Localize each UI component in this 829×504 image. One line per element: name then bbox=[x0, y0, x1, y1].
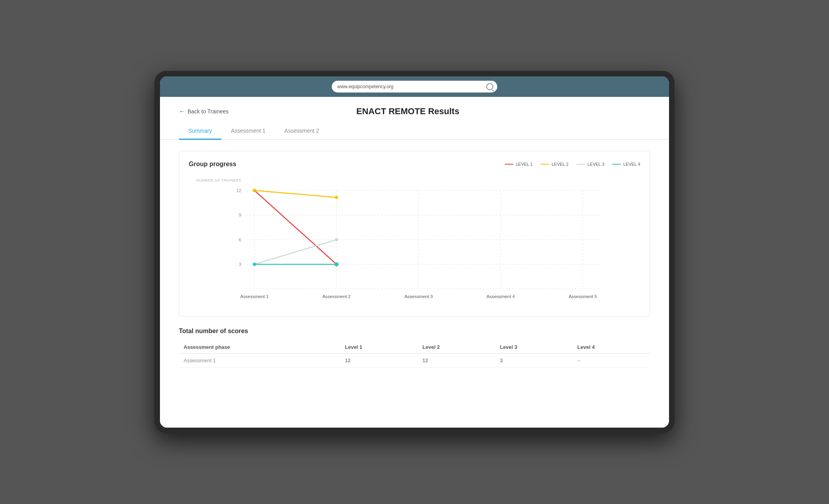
legend-label-level4: LEVEL 4 bbox=[623, 162, 640, 167]
col-header-level4: Level 4 bbox=[572, 341, 650, 354]
table-row: Assessment 1 12 12 3 – bbox=[179, 354, 650, 368]
legend-level3: LEVEL 3 bbox=[576, 162, 604, 167]
svg-point-29 bbox=[335, 262, 338, 266]
tab-assessment2[interactable]: Assessment 2 bbox=[275, 123, 329, 140]
row-level3: 3 bbox=[495, 354, 573, 368]
page-header: ← Back to Trainees ENACT REMOTE Results … bbox=[160, 97, 669, 140]
device-frame: www.equipcompetency.org ← Back to Traine… bbox=[154, 71, 675, 433]
svg-point-24 bbox=[335, 196, 338, 199]
svg-text:9: 9 bbox=[239, 213, 241, 217]
top-nav: ← Back to Trainees ENACT REMOTE Results bbox=[179, 106, 650, 117]
browser-bar: www.equipcompetency.org bbox=[160, 76, 669, 97]
chart-title: Group progress bbox=[189, 161, 236, 168]
svg-text:12: 12 bbox=[236, 188, 242, 193]
url-bar[interactable]: www.equipcompetency.org bbox=[332, 81, 497, 93]
row-level2: 12 bbox=[418, 354, 495, 368]
row-phase: Assessment 1 bbox=[179, 354, 340, 368]
col-header-phase: Assessment phase bbox=[179, 341, 340, 354]
svg-text:NUMBER OF TRAINEES: NUMBER OF TRAINEES bbox=[196, 178, 242, 182]
legend-label-level1: LEVEL 1 bbox=[516, 162, 533, 167]
device-inner: www.equipcompetency.org ← Back to Traine… bbox=[160, 76, 669, 428]
svg-point-30 bbox=[335, 238, 338, 241]
svg-text:6: 6 bbox=[239, 237, 241, 242]
row-level4: – bbox=[572, 354, 650, 368]
svg-line-25 bbox=[255, 240, 336, 265]
legend-label-level2: LEVEL 2 bbox=[552, 162, 569, 167]
back-arrow-icon: ← bbox=[179, 108, 185, 115]
svg-text:Assessment 1: Assessment 1 bbox=[240, 294, 269, 299]
col-header-level1: Level 1 bbox=[340, 341, 418, 354]
legend-line-level4 bbox=[612, 164, 621, 165]
chart-legend: LEVEL 1 LEVEL 2 LEVEL 3 bbox=[505, 162, 640, 167]
scores-section: Total number of scores Assessment phase … bbox=[179, 328, 650, 368]
chart-header: Group progress LEVEL 1 LEVEL 2 bbox=[189, 161, 640, 168]
svg-text:3: 3 bbox=[239, 262, 241, 267]
tab-assessment1[interactable]: Assessment 1 bbox=[221, 123, 275, 140]
scores-title: Total number of scores bbox=[179, 328, 650, 335]
legend-level1: LEVEL 1 bbox=[505, 162, 533, 167]
tab-summary[interactable]: Summary bbox=[179, 123, 221, 140]
url-text: www.equipcompetency.org bbox=[337, 84, 394, 89]
col-header-level2: Level 2 bbox=[418, 341, 495, 354]
search-icon bbox=[486, 83, 493, 90]
svg-text:Assessment 2: Assessment 2 bbox=[322, 294, 351, 299]
legend-level4: LEVEL 4 bbox=[612, 162, 640, 167]
svg-point-23 bbox=[253, 189, 256, 192]
svg-line-20 bbox=[255, 191, 336, 265]
line-chart-svg: NUMBER OF TRAINEES bbox=[189, 174, 640, 305]
back-label: Back to Trainees bbox=[188, 108, 229, 115]
row-level1: 12 bbox=[340, 354, 418, 368]
svg-point-28 bbox=[253, 263, 256, 266]
svg-line-22 bbox=[255, 191, 336, 198]
legend-line-level1 bbox=[505, 164, 513, 165]
page-title: ENACT REMOTE Results bbox=[229, 106, 587, 117]
scores-table: Assessment phase Level 1 Level 2 Level 3… bbox=[179, 341, 650, 368]
content-area: Group progress LEVEL 1 LEVEL 2 bbox=[160, 140, 669, 379]
legend-line-level2 bbox=[541, 164, 549, 165]
legend-line-level3 bbox=[576, 164, 585, 165]
main-area: ← Back to Trainees ENACT REMOTE Results … bbox=[160, 97, 669, 428]
svg-text:Assessment 5: Assessment 5 bbox=[569, 294, 597, 299]
back-to-trainees-link[interactable]: ← Back to Trainees bbox=[179, 108, 229, 115]
legend-label-level3: LEVEL 3 bbox=[587, 162, 604, 167]
chart-svg-container: NUMBER OF TRAINEES bbox=[189, 174, 640, 307]
svg-text:Assessment 3: Assessment 3 bbox=[404, 294, 433, 299]
legend-level2: LEVEL 2 bbox=[541, 162, 569, 167]
group-progress-card: Group progress LEVEL 1 LEVEL 2 bbox=[179, 151, 650, 317]
col-header-level3: Level 3 bbox=[495, 341, 573, 354]
svg-text:Assessment 4: Assessment 4 bbox=[487, 294, 515, 299]
tabs-container: Summary Assessment 1 Assessment 2 bbox=[179, 123, 650, 139]
